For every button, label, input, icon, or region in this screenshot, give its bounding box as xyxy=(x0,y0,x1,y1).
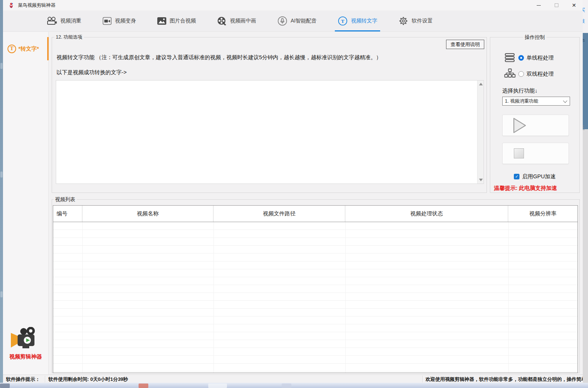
column-header-process-status[interactable]: 视频处理状态 xyxy=(345,206,508,222)
status-hint-label: 软件操作提示： xyxy=(6,376,40,383)
edge-decoration xyxy=(0,172,3,178)
group-title: 视频列表 xyxy=(54,196,77,203)
vertical-scrollbar[interactable] xyxy=(477,81,484,184)
stop-icon xyxy=(514,148,524,158)
content-area: 12. 功能选项 查看使用说明 视频转文字功能 （注：可生成原创文章，建议导入普… xyxy=(49,32,583,375)
minimize-button[interactable] xyxy=(530,0,548,10)
gpu-acceleration-row: ✓ 启用GPU加速 xyxy=(490,173,579,180)
close-button[interactable]: ✕ xyxy=(565,0,583,10)
status-divider xyxy=(45,376,45,382)
select-function-label: 选择执行功能↓ xyxy=(502,87,537,94)
stop-button[interactable] xyxy=(502,143,569,164)
tab-video-to-text[interactable]: T 视频转文字 xyxy=(338,10,377,31)
column-header-resolution[interactable]: 视频分辨率 xyxy=(508,206,578,222)
column-header-video-name[interactable]: 视频名称 xyxy=(82,206,213,222)
tab-video-transform[interactable]: 视频变身 xyxy=(103,10,136,31)
gear-icon xyxy=(398,16,408,26)
table-column-divider xyxy=(508,222,509,373)
dual-thread-row: 双线程处理 xyxy=(504,68,554,79)
app-logo-icon xyxy=(8,2,15,9)
gpu-support-tip: 温馨提示: 此电脑支持加速 xyxy=(494,185,557,192)
microphone-icon xyxy=(278,16,287,26)
gpu-label: 启用GPU加速 xyxy=(522,173,555,180)
tab-video-dedupe[interactable]: 视频消重 xyxy=(46,10,81,31)
dual-thread-label: 双线程处理 xyxy=(527,70,554,78)
clipped-text-fragment: 买 xyxy=(583,7,588,13)
scroll-down-icon[interactable] xyxy=(479,179,483,181)
function-select[interactable]: 1. 视频消重功能 xyxy=(502,97,570,106)
tab-label: 图片合视频 xyxy=(170,18,196,24)
dual-thread-radio[interactable] xyxy=(518,71,524,77)
function-select-value: 1. 视频消重功能 xyxy=(505,98,538,104)
video-list-table: 编号 视频名称 视频文件路径 视频处理状态 视频分辨率 xyxy=(53,205,578,373)
single-thread-row: 单线程处理 xyxy=(504,52,554,63)
svg-text:T: T xyxy=(341,18,345,24)
edge-decoration xyxy=(0,291,3,297)
taskbar-item-fragment xyxy=(139,384,148,388)
film-reel-icon xyxy=(217,16,227,26)
tab-image-to-video[interactable]: 图片合视频 xyxy=(157,10,196,31)
table-column-divider xyxy=(345,222,346,373)
table-column-divider xyxy=(213,222,214,373)
window-title: 菜鸟视频剪辑神器 xyxy=(18,2,55,9)
tab-picture-in-picture[interactable]: 视频画中画 xyxy=(217,10,256,31)
transcript-output-box xyxy=(56,80,484,184)
feature-description: 视频转文字功能 （注：可生成原创文章，建议导入普通话标准的视频，视频时长建议5分… xyxy=(57,54,382,61)
sidebar-item-to-text[interactable]: T *转文字* xyxy=(3,36,48,61)
app-window: 菜鸟视频剪辑神器 ✕ 视频消重 xyxy=(3,0,583,383)
main-tab-bar: 视频消重 视频变身 图片合视频 xyxy=(3,10,583,32)
start-button[interactable] xyxy=(502,115,569,136)
clipped-text-fragment: 乏 xyxy=(583,124,588,131)
clipped-text-fragment: 牛 xyxy=(583,37,588,44)
taskbar-item-fragment xyxy=(0,384,10,388)
movie-camera-icon xyxy=(46,16,57,25)
logo-caption: 视频剪辑神器 xyxy=(3,353,48,360)
function-options-group: 12. 功能选项 查看使用说明 视频转文字功能 （注：可生成原创文章，建议导入普… xyxy=(52,37,487,193)
taskbar-item-fragment xyxy=(282,384,291,388)
background-window-fragment xyxy=(583,33,588,129)
edge-decoration xyxy=(0,63,3,69)
tab-label: 视频转文字 xyxy=(351,18,377,24)
close-icon: ✕ xyxy=(572,3,576,8)
table-header-row: 编号 视频名称 视频文件路径 视频处理状态 视频分辨率 xyxy=(53,206,578,222)
remaining-time-text: 软件使用剩余时间: 0天0小时1分39秒 xyxy=(48,376,128,383)
table-body[interactable] xyxy=(53,222,578,373)
maximize-button[interactable] xyxy=(548,0,565,10)
tab-ai-dubbing[interactable]: AI智能配音 xyxy=(278,10,316,31)
camcorder-icon xyxy=(103,17,112,25)
status-bar: 软件操作提示： 软件使用剩余时间: 0天0小时1分39秒 欢迎使用视频剪辑神器，… xyxy=(3,375,583,383)
scroll-up-icon[interactable] xyxy=(479,83,483,85)
circled-t-icon: T xyxy=(338,16,348,26)
gpu-checkbox[interactable]: ✓ xyxy=(514,174,519,179)
status-divider xyxy=(422,376,423,382)
tab-label: 视频消重 xyxy=(60,18,81,24)
picture-icon xyxy=(157,17,166,25)
transcript-output[interactable] xyxy=(56,81,477,184)
group-title: 操作控制 xyxy=(523,34,546,41)
circled-t-icon: T xyxy=(7,45,16,53)
tab-label: 视频变身 xyxy=(115,18,136,24)
operation-control-group: 操作控制 单线程处理 xyxy=(490,37,580,193)
single-thread-label: 单线程处理 xyxy=(527,54,554,61)
check-icon: ✓ xyxy=(515,175,518,179)
tab-label: 软件设置 xyxy=(412,18,433,24)
sidebar: T *转文字* 视频剪辑神器 xyxy=(3,32,49,375)
welcome-text: 欢迎使用视频剪辑神器，软件功能非常多，功能都是独立分明的，操作简单，欢迎您使 xyxy=(425,376,583,383)
column-header-file-path[interactable]: 视频文件路径 xyxy=(213,206,345,222)
taskbar-sliver xyxy=(0,383,588,388)
background-window-fragment xyxy=(583,0,588,33)
tab-settings[interactable]: 软件设置 xyxy=(398,10,433,31)
result-hint: 以下是视频成功转换的文字-> xyxy=(57,69,127,76)
chevron-down-icon xyxy=(563,98,567,103)
minimize-icon xyxy=(537,5,541,6)
background-window-right-edge: 买 鼓 牛 乏 xyxy=(583,0,588,383)
video-camera-logo-icon xyxy=(11,327,41,350)
view-instructions-button[interactable]: 查看使用说明 xyxy=(446,40,484,49)
table-column-divider xyxy=(82,222,83,373)
single-thread-stack-icon xyxy=(504,52,516,63)
single-thread-radio[interactable] xyxy=(518,55,524,61)
column-header-number[interactable]: 编号 xyxy=(53,206,82,222)
app-logo: 视频剪辑神器 xyxy=(3,327,48,360)
tab-label: 视频画中画 xyxy=(230,18,256,24)
video-list-group: 视频列表 编号 视频名称 视频文件路径 视频处理状态 视频分辨率 xyxy=(52,199,580,373)
